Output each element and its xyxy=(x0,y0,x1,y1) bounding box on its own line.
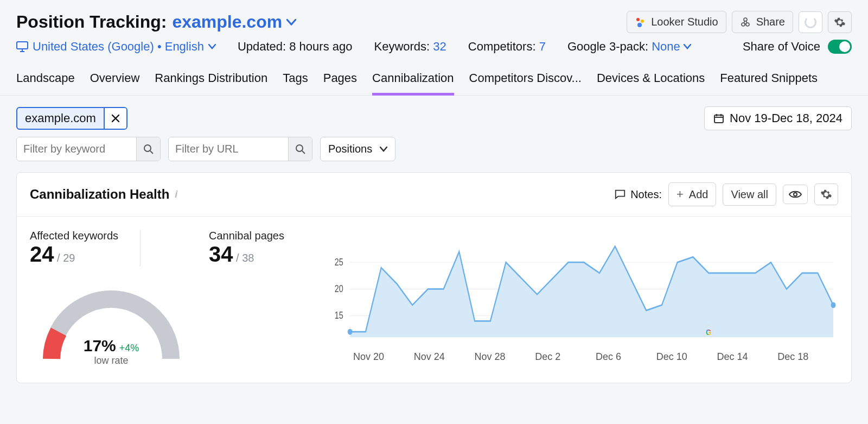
panel-settings-button[interactable] xyxy=(814,183,838,205)
x-tick: Dec 6 xyxy=(596,351,656,363)
notes-label: Notes: xyxy=(614,188,662,201)
svg-rect-7 xyxy=(714,115,723,123)
locale-label: United States (Google) • English xyxy=(33,40,204,54)
x-tick: Dec 18 xyxy=(777,351,838,363)
note-icon xyxy=(614,188,626,200)
looker-icon xyxy=(635,17,646,28)
filter-keyword-input[interactable] xyxy=(17,137,136,161)
filter-url-search-button[interactable] xyxy=(288,137,312,161)
svg-text:15: 15 xyxy=(335,310,343,321)
share-button[interactable]: Share xyxy=(732,11,793,33)
sov-toggle[interactable] xyxy=(828,40,852,54)
filter-keyword-search-button[interactable] xyxy=(136,137,160,161)
svg-point-5 xyxy=(744,18,747,21)
chevron-down-icon xyxy=(286,19,296,26)
tab-featured-snippets[interactable]: Featured Snippets xyxy=(720,64,818,95)
calendar-icon xyxy=(713,113,724,124)
sov-label: Share of Voice xyxy=(743,40,820,54)
share-icon xyxy=(740,17,751,28)
chevron-down-icon xyxy=(380,147,387,152)
updated-label: Updated: 8 hours ago xyxy=(238,40,353,54)
domain-select[interactable]: example.com xyxy=(172,12,296,32)
x-tick: Dec 10 xyxy=(656,351,717,363)
plus-icon: + xyxy=(676,187,684,201)
info-icon[interactable]: i xyxy=(175,189,177,200)
tab-pages[interactable]: Pages xyxy=(323,64,357,95)
search-icon xyxy=(143,144,154,155)
locale-select[interactable]: United States (Google) • English xyxy=(16,40,216,54)
filter-url-field xyxy=(168,137,312,161)
x-tick: Nov 28 xyxy=(475,351,535,363)
settings-button[interactable] xyxy=(828,11,852,33)
filter-url-input[interactable] xyxy=(169,137,288,161)
share-label: Share xyxy=(756,16,785,28)
svg-text:20: 20 xyxy=(335,283,343,294)
svg-point-4 xyxy=(746,23,749,26)
svg-point-9 xyxy=(296,145,303,151)
looker-label: Looker Studio xyxy=(651,16,718,28)
x-tick: Nov 24 xyxy=(414,351,475,363)
domain-tag-close[interactable] xyxy=(104,108,126,129)
positions-label: Positions xyxy=(328,143,372,155)
affected-keywords-stat: Affected keywords 24 / 29 xyxy=(30,230,118,267)
health-gauge: 17%+4% low rate xyxy=(41,288,182,370)
looker-studio-button[interactable]: Looker Studio xyxy=(627,11,726,33)
svg-point-1 xyxy=(641,20,644,23)
svg-point-10 xyxy=(794,193,797,196)
domain-label: example.com xyxy=(172,12,282,32)
x-tick: Dec 2 xyxy=(535,351,596,363)
tab-rankings-distribution[interactable]: Rankings Distribution xyxy=(155,64,267,95)
svg-rect-6 xyxy=(17,42,28,49)
svg-point-3 xyxy=(742,23,745,26)
gear-icon xyxy=(834,16,846,28)
tabs: LandscapeOverviewRankings DistributionTa… xyxy=(0,64,868,96)
svg-point-17 xyxy=(348,329,353,335)
date-range-label: Nov 19-Dec 18, 2024 xyxy=(730,111,843,125)
svg-point-2 xyxy=(637,23,642,27)
gear-icon xyxy=(820,188,832,200)
gpack-select[interactable]: Google 3-pack: None xyxy=(567,40,691,54)
close-icon xyxy=(111,114,120,123)
domain-tag-label: example.com xyxy=(17,108,104,129)
svg-point-18 xyxy=(831,302,836,308)
desktop-icon xyxy=(16,41,28,52)
search-icon xyxy=(295,144,306,155)
svg-point-8 xyxy=(144,145,151,151)
chevron-down-icon xyxy=(684,44,691,49)
tab-competitors-discov-[interactable]: Competitors Discov... xyxy=(469,64,582,95)
loading-button[interactable] xyxy=(799,11,822,33)
tab-overview[interactable]: Overview xyxy=(90,64,140,95)
page-title: Position Tracking: xyxy=(16,12,167,32)
health-chart: 152025G Nov 20Nov 24Nov 28Dec 2Dec 6Dec … xyxy=(323,230,838,370)
x-tick: Dec 14 xyxy=(717,351,778,363)
keywords-stat: Keywords: 32 xyxy=(374,40,446,54)
eye-icon xyxy=(789,189,802,199)
divider xyxy=(140,230,141,267)
date-range-button[interactable]: Nov 19-Dec 18, 2024 xyxy=(704,106,852,130)
filter-keyword-field xyxy=(16,137,161,161)
tab-tags[interactable]: Tags xyxy=(283,64,308,95)
svg-text:25: 25 xyxy=(335,256,343,267)
notes-add-button[interactable]: + Add xyxy=(668,182,716,206)
tab-devices-locations[interactable]: Devices & Locations xyxy=(597,64,705,95)
competitors-stat: Competitors: 7 xyxy=(468,40,546,54)
positions-select[interactable]: Positions xyxy=(320,137,395,161)
svg-point-0 xyxy=(636,18,640,21)
loading-icon xyxy=(805,16,816,28)
chevron-down-icon xyxy=(208,44,216,49)
x-tick: Nov 20 xyxy=(353,351,414,363)
cannibalization-panel: Cannibalization Health i Notes: + Add Vi… xyxy=(16,172,852,383)
panel-title: Cannibalization Health xyxy=(30,187,169,202)
tab-landscape[interactable]: Landscape xyxy=(16,64,75,95)
cannibal-pages-stat: Cannibal pages 34 / 38 xyxy=(209,230,307,370)
tab-cannibalization[interactable]: Cannibalization xyxy=(372,64,454,95)
notes-viewall-button[interactable]: View all xyxy=(723,183,776,206)
visibility-button[interactable] xyxy=(783,185,808,204)
domain-tag-chip: example.com xyxy=(16,107,127,130)
